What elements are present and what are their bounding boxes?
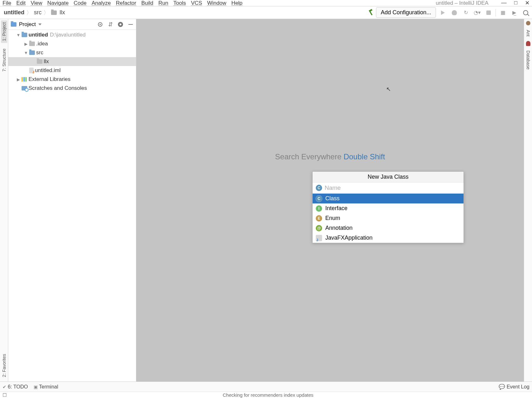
profile-button[interactable]: ◔▾	[473, 8, 482, 17]
build-icon[interactable]	[367, 9, 375, 17]
menu-vcs[interactable]: VCS	[191, 0, 202, 6]
tree-node-scratches[interactable]: . Scratches and Consoles	[8, 84, 136, 93]
folder-icon	[29, 42, 35, 46]
folder-icon	[51, 10, 57, 15]
database-icon	[526, 41, 530, 46]
locate-icon[interactable]	[97, 22, 103, 27]
debug-button[interactable]	[450, 8, 459, 17]
stop-button[interactable]	[484, 8, 493, 17]
menu-window[interactable]: Window	[207, 0, 226, 6]
cursor-icon: ↖	[386, 86, 391, 93]
tree-node-external-libraries[interactable]: External Libraries	[8, 75, 136, 84]
close-window-icon[interactable]: ✕	[525, 0, 529, 6]
iml-file-icon	[29, 68, 34, 73]
popup-title: New Java Class	[313, 172, 464, 182]
menu-run[interactable]: Run	[159, 0, 168, 6]
project-tool-window: Project ⇵ untitled D:\java\untitled .ide…	[8, 19, 136, 381]
status-message: Checking for recommenders index updates	[223, 392, 314, 398]
module-icon	[22, 33, 27, 37]
scratches-icon	[22, 86, 27, 90]
new-java-class-popup: New Java Class C C Class I Interface E E…	[312, 171, 464, 243]
menu-edit[interactable]: Edit	[16, 0, 25, 6]
chevron-right-icon: 〉	[26, 9, 32, 17]
coverage-button[interactable]: ↻	[461, 8, 470, 17]
maximize-window-icon[interactable]: □	[514, 0, 517, 6]
project-structure-icon[interactable]: ▦	[498, 8, 507, 17]
kind-option-interface[interactable]: I Interface	[313, 203, 464, 213]
menu-analyze[interactable]: Analyze	[92, 0, 111, 6]
menu-build[interactable]: Build	[141, 0, 153, 6]
run-button[interactable]	[438, 8, 447, 17]
project-icon	[11, 22, 16, 27]
menu-code[interactable]: Code	[74, 0, 87, 6]
separator	[496, 9, 496, 17]
tool-tab-todo[interactable]: ✔ 6: TODO	[3, 384, 28, 390]
menu-help[interactable]: Help	[231, 0, 243, 6]
enum-icon: E	[316, 215, 322, 222]
tree-node-idea[interactable]: .idea	[8, 39, 136, 48]
class-kind-icon: C	[316, 185, 322, 191]
right-tool-gutter: Ant Database	[524, 19, 532, 381]
menu-navigate[interactable]: Navigate	[47, 0, 68, 6]
tool-tab-structure[interactable]: 7: Structure	[1, 47, 7, 73]
hide-icon[interactable]	[128, 22, 133, 27]
tool-tab-terminal[interactable]: ▣ Terminal	[34, 384, 58, 390]
settings-icon[interactable]	[118, 22, 123, 27]
editor-empty-hint: Search Everywhere Double Shift	[275, 152, 385, 161]
chevron-right-icon: 〉	[43, 9, 49, 17]
menu-view[interactable]: View	[31, 0, 42, 6]
menu-file[interactable]: File	[3, 0, 11, 6]
editor-area: ↖ Search Everywhere Double Shift New Jav…	[136, 19, 524, 381]
breadcrumb-item[interactable]: llx	[49, 9, 67, 17]
ant-icon	[526, 21, 530, 25]
libraries-icon	[22, 77, 27, 82]
search-everywhere-icon[interactable]	[521, 8, 530, 17]
navigation-bar: untitled 〉 src 〉 llx Add Configuration..…	[0, 6, 532, 19]
kind-list: C Class I Interface E Enum Annotation	[313, 194, 464, 243]
tool-tab-favorites[interactable]: 2: Favorites	[1, 352, 7, 379]
annotation-icon	[316, 225, 322, 231]
chevron-down-icon[interactable]	[38, 23, 42, 25]
tree-node-project-root[interactable]: untitled D:\java\untitled	[8, 30, 136, 39]
window-title: untitled – IntelliJ IDEA	[436, 0, 488, 6]
kind-option-javafx[interactable]: JavaFXApplication	[313, 233, 464, 243]
menu-bar: File Edit View Navigate Code Analyze Ref…	[0, 0, 532, 6]
breadcrumb-item[interactable]: src	[32, 9, 43, 17]
event-log-button[interactable]: 💬 Event Log	[499, 384, 529, 390]
add-configuration-button[interactable]: Add Configuration...	[376, 7, 436, 18]
menu-refactor[interactable]: Refactor	[116, 0, 136, 6]
tool-tab-database[interactable]: Database	[526, 50, 531, 70]
ide-settings-icon[interactable]: ▶̲	[510, 8, 519, 17]
kind-option-class[interactable]: C Class	[313, 194, 464, 203]
left-tool-gutter: 1: Project 7: Structure 2: Favorites	[0, 19, 8, 381]
menu-tools[interactable]: Tools	[173, 0, 186, 6]
minimize-window-icon[interactable]: —	[501, 0, 507, 6]
project-tree[interactable]: untitled D:\java\untitled .idea src . ll…	[8, 30, 136, 93]
tree-node-iml[interactable]: . untitled.iml	[8, 66, 136, 75]
project-view-title[interactable]: Project	[19, 21, 36, 28]
expand-all-icon[interactable]: ⇵	[107, 22, 113, 27]
breadcrumb[interactable]: untitled 〉 src 〉 llx	[2, 9, 67, 17]
status-bar: ☐ Checking for recommenders index update…	[0, 392, 532, 398]
tool-tab-project[interactable]: 1: Project	[1, 20, 7, 43]
kind-option-enum[interactable]: E Enum	[313, 213, 464, 223]
tree-node-src[interactable]: src	[8, 48, 136, 57]
class-name-input[interactable]	[325, 184, 460, 191]
javafx-template-icon	[316, 235, 322, 241]
interface-icon: I	[316, 205, 322, 212]
breadcrumb-root[interactable]: untitled	[2, 9, 26, 17]
bottom-tool-bar: ✔ 6: TODO ▣ Terminal 💬 Event Log	[0, 381, 532, 392]
tree-node-llx[interactable]: . llx	[8, 57, 136, 66]
class-icon: C	[316, 196, 322, 202]
package-icon	[37, 59, 42, 64]
source-folder-icon	[29, 50, 35, 55]
kind-option-annotation[interactable]: Annotation	[313, 223, 464, 233]
tool-tab-ant[interactable]: Ant	[526, 30, 531, 36]
